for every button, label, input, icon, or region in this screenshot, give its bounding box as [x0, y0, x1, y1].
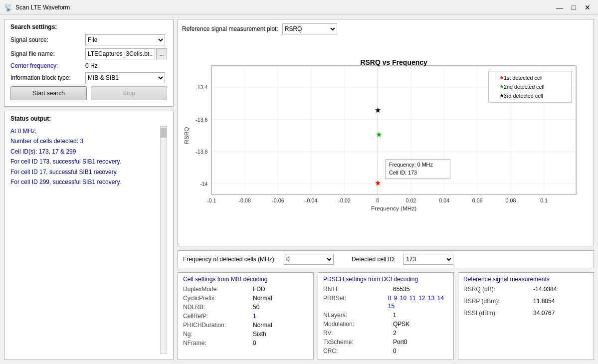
start-search-button[interactable]: Start search: [10, 86, 87, 100]
svg-text:Frequency: 0 MHz: Frequency: 0 MHz: [389, 162, 433, 168]
cell-ng-row: Ng: Sixth: [183, 331, 308, 338]
plot-measurement-label: Reference signal measurement plot:: [182, 25, 278, 32]
svg-text:★: ★: [375, 179, 381, 187]
status-line-6: For cell ID 299, successful SIB1 recover…: [10, 177, 160, 187]
cell-cellrefp-key: CellRefP:: [183, 313, 253, 320]
pdsch-crc-key: CRC:: [323, 348, 393, 355]
cell-duplex-key: DuplexMode:: [183, 286, 253, 293]
status-output-title: Status output:: [10, 115, 167, 122]
cell-cellrefp-row: CellRefP: 1: [183, 313, 308, 320]
status-line-2: Number of cells detected: 3: [10, 136, 160, 146]
pdsch-rv-val: 2: [393, 330, 397, 337]
scrollbar-thumb[interactable]: [161, 128, 167, 138]
status-scrollbar[interactable]: [160, 126, 167, 354]
pdsch-nlayers-row: NLayers: 1: [323, 312, 448, 319]
cell-id-label: Detected cell ID:: [352, 256, 396, 263]
plot-area: -13.4 -13.6 -13.8 -14 -0.1 -0.08 -0.06 -…: [182, 36, 590, 240]
svg-text:2nd detected cell: 2nd detected cell: [504, 84, 544, 90]
svg-text:★: ★: [376, 130, 382, 139]
ref-signal-card: Reference signal measurements RSRQ (dB):…: [458, 272, 594, 360]
info-block-type-label: Information block type:: [10, 74, 85, 81]
rsrq-key: RSRQ (dB):: [463, 286, 533, 293]
center-freq-value: 0 Hz: [85, 62, 98, 69]
cell-cellrefp-val: 1: [253, 313, 256, 320]
ref-signal-title: Reference signal measurements: [463, 276, 589, 283]
signal-file-input[interactable]: [85, 48, 155, 59]
rsrp-row: RSRP (dBm): 11.8054: [463, 298, 589, 305]
svg-text:-0.08: -0.08: [239, 197, 251, 203]
svg-text:0.02: 0.02: [406, 197, 416, 203]
pdsch-crc-val: 0: [393, 348, 397, 355]
rsrp-val: 11.8054: [533, 298, 555, 305]
plot-measurement-select[interactable]: RSRQ RSRP RSSI: [282, 23, 337, 34]
svg-text:3rd detected cell: 3rd detected cell: [504, 93, 543, 99]
cell-phich-row: PHICHDuration: Normal: [183, 322, 308, 329]
status-line-3: Cell ID(s): 173, 17 & 299: [10, 147, 160, 157]
cell-ng-val: Sixth: [253, 331, 266, 338]
svg-text:-0.02: -0.02: [338, 197, 351, 203]
info-cards: Cell settings from MIB decoding DuplexMo…: [178, 272, 594, 360]
rsrq-row: RSRQ (dB): -14.0384: [463, 286, 589, 293]
svg-text:Frequency (MHz): Frequency (MHz): [371, 205, 416, 212]
pdsch-settings-title: PDSCH settings from DCI decoding: [323, 276, 448, 283]
pdsch-txscheme-row: TxScheme: Port0: [323, 339, 448, 346]
app-title: Scan LTE Waveform: [15, 4, 70, 11]
pdsch-modulation-key: Modulation:: [323, 321, 393, 328]
rsrq-val: -14.0384: [533, 286, 557, 293]
pdsch-modulation-row: Modulation: QPSK: [323, 321, 448, 328]
signal-source-select[interactable]: File RTL-SDR USRP: [85, 34, 165, 45]
signal-source-row: Signal source: File RTL-SDR USRP: [10, 34, 167, 45]
rsrq-plot-svg: -13.4 -13.6 -13.8 -14 -0.1 -0.08 -0.06 -…: [182, 36, 590, 240]
cell-ng-key: Ng:: [183, 331, 253, 338]
pdsch-rnti-row: RNTI: 65535: [323, 286, 448, 293]
pdsch-rv-key: RV:: [323, 330, 393, 337]
detected-cells-row: Frequency of detected cells (MHz): 0 Det…: [178, 250, 594, 268]
pdsch-nlayers-val: 1: [393, 312, 397, 319]
prb-10: 10: [400, 295, 408, 302]
prb-15: 15: [388, 303, 395, 310]
center-freq-label: Center frequency:: [10, 62, 85, 69]
cell-ndlrb-key: NDLRB:: [183, 304, 253, 311]
prb-8: 8: [388, 295, 393, 302]
search-settings-title: Search settings:: [10, 23, 167, 30]
freq-detected-label: Frequency of detected cells (MHz):: [183, 256, 276, 263]
svg-text:-0.06: -0.06: [272, 197, 284, 203]
close-button[interactable]: ✕: [581, 1, 594, 14]
title-bar-controls: — □ ✕: [553, 1, 594, 14]
cell-cyclic-val: Normal: [253, 295, 272, 302]
cell-nframe-row: NFrame: 0: [183, 340, 308, 347]
cell-phich-key: PHICHDuration:: [183, 322, 253, 329]
freq-detected-select[interactable]: 0: [284, 254, 334, 265]
status-line-4: For cell ID 173, successful SIB1 recover…: [10, 157, 160, 167]
maximize-button[interactable]: □: [567, 1, 580, 14]
app-icon: 📡: [4, 3, 12, 11]
signal-file-label: Signal file name:: [10, 50, 85, 57]
svg-text:★: ★: [375, 106, 381, 114]
prb-14: 14: [437, 295, 446, 302]
search-settings-panel: Search settings: Signal source: File RTL…: [4, 19, 174, 107]
svg-text:0.06: 0.06: [472, 197, 483, 203]
center-freq-row: Center frequency: 0 Hz: [10, 62, 167, 69]
cell-ndlrb-row: NDLRB: 50: [183, 304, 308, 311]
title-bar-left: 📡 Scan LTE Waveform: [4, 3, 70, 11]
svg-text:RSRQ vs Frequency: RSRQ vs Frequency: [360, 58, 427, 66]
cell-nframe-val: 0: [253, 340, 256, 347]
action-buttons-row: Start search Stop: [10, 86, 167, 100]
pdsch-txscheme-val: Port0: [393, 339, 407, 346]
pdsch-modulation-val: QPSK: [393, 321, 409, 328]
rsrp-key: RSRP (dBm):: [463, 298, 533, 305]
cell-id-select[interactable]: 173 17 299: [403, 254, 453, 265]
pdsch-prbset-val: 8 9 10 11 12 13 14 15: [388, 295, 448, 310]
svg-text:RSRQ: RSRQ: [183, 127, 190, 144]
minimize-button[interactable]: —: [553, 1, 566, 14]
stop-button[interactable]: Stop: [91, 86, 167, 100]
status-output-content: At 0 MHz, Number of cells detected: 3 Ce…: [10, 126, 167, 354]
svg-text:0: 0: [376, 197, 379, 203]
svg-text:1st detected cell: 1st detected cell: [504, 75, 543, 81]
file-browse-button[interactable]: ...: [156, 48, 167, 59]
info-block-type-select[interactable]: MIB & SIB1 MIB only: [85, 72, 165, 83]
svg-text:-14: -14: [200, 181, 208, 187]
plot-header: Reference signal measurement plot: RSRQ …: [182, 23, 590, 34]
rssi-key: RSSI (dBm):: [463, 310, 533, 317]
cell-ndlrb-val: 50: [253, 304, 259, 311]
